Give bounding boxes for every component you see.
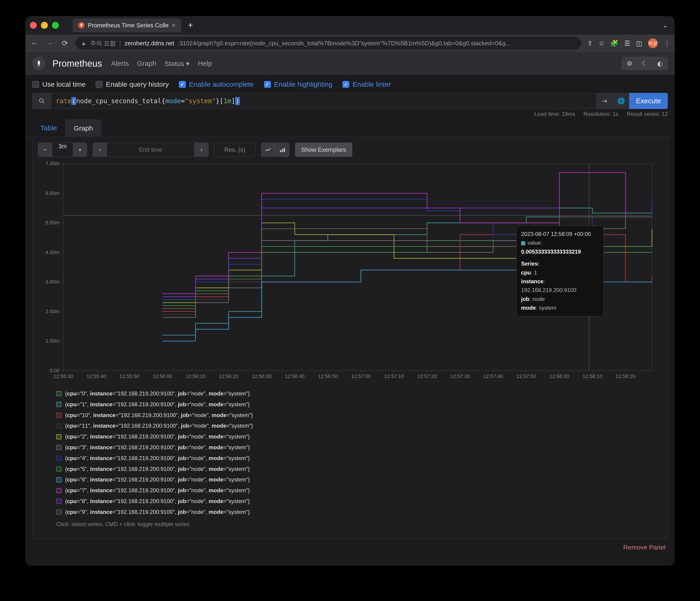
- legend-item[interactable]: {cpu="4", instance="192.168.219.200:9100…: [56, 454, 644, 463]
- back-button[interactable]: ←: [30, 39, 39, 48]
- chart-area[interactable]: 0.001.00m2.00m3.00m4.00m5.00m6.00m7.00m1…: [38, 161, 662, 380]
- svg-text:12:56:30: 12:56:30: [252, 373, 272, 379]
- checkbox-icon[interactable]: [32, 81, 39, 88]
- nav-graph[interactable]: Graph: [137, 59, 156, 68]
- legend-item[interactable]: {cpu="10", instance="192.168.219.200:910…: [56, 410, 644, 420]
- tooltip-field: mode: system: [521, 303, 599, 312]
- browser-tab-title: Prometheus Time Series Colle: [88, 22, 169, 29]
- share-icon[interactable]: ⇧: [587, 40, 593, 47]
- maximize-window-button[interactable]: [52, 22, 59, 29]
- legend-item[interactable]: {cpu="6", instance="192.168.219.200:9100…: [56, 475, 644, 484]
- graph-mode-toggle: [261, 143, 290, 157]
- checkbox-icon[interactable]: [343, 81, 349, 88]
- svg-text:1.00m: 1.00m: [46, 338, 59, 344]
- new-tab-button[interactable]: +: [188, 21, 193, 30]
- tab-graph[interactable]: Graph: [65, 120, 101, 137]
- dark-mode-icon[interactable]: ☾: [637, 57, 652, 70]
- profile-avatar[interactable]: 허균: [648, 39, 658, 48]
- svg-rect-4: [284, 148, 285, 152]
- svg-point-0: [39, 99, 43, 102]
- checkbox-icon[interactable]: [179, 81, 186, 88]
- svg-text:12:55:30: 12:55:30: [53, 373, 73, 379]
- window-menu-icon[interactable]: ⌄: [663, 22, 668, 29]
- legend-swatch-icon: [56, 445, 61, 450]
- legend-text: {cpu="10", instance="192.168.219.200:910…: [65, 410, 253, 420]
- reading-list-icon[interactable]: ☰: [624, 40, 630, 47]
- legend-swatch-icon: [56, 456, 61, 461]
- globe-icon[interactable]: 🌐: [612, 93, 629, 109]
- range-increase-button[interactable]: +: [73, 143, 87, 157]
- legend-text: {cpu="0", instance="192.168.219.200:9100…: [65, 389, 250, 398]
- security-warning-text: 주의 요함: [90, 39, 116, 47]
- nav-status[interactable]: Status ▾: [165, 59, 190, 68]
- menu-icon[interactable]: ⋮: [664, 40, 670, 47]
- option-4[interactable]: Enable linter: [343, 80, 391, 88]
- checkbox-icon[interactable]: [264, 81, 271, 88]
- svg-text:12:58:20: 12:58:20: [616, 373, 635, 379]
- search-icon[interactable]: [32, 93, 51, 109]
- url-path: :31024/graph?g0.expr=rate(node_cpu_secon…: [178, 40, 510, 47]
- tooltip-swatch-icon: [521, 241, 525, 245]
- svg-text:3.00m: 3.00m: [46, 279, 59, 285]
- time-prev-button[interactable]: ‹: [93, 143, 107, 157]
- settings-icon[interactable]: ⚙: [622, 57, 637, 70]
- legend-item[interactable]: {cpu="7", instance="192.168.219.200:9100…: [56, 486, 644, 495]
- close-tab-icon[interactable]: ×: [172, 22, 175, 29]
- resolution-input[interactable]: Res. (s): [214, 143, 255, 157]
- header-action-buttons: ⚙ ☾ ◐: [622, 57, 668, 70]
- tooltip-field: instance: 192.168.219.200:9100: [521, 277, 599, 295]
- minimize-window-button[interactable]: [41, 22, 48, 29]
- extensions-icon[interactable]: 🧩: [610, 40, 618, 47]
- contrast-icon[interactable]: ◐: [652, 57, 668, 70]
- legend-item[interactable]: {cpu="8", instance="192.168.219.200:9100…: [56, 497, 644, 506]
- stacked-chart-icon[interactable]: [275, 143, 290, 157]
- option-label: Use local time: [42, 80, 85, 88]
- tooltip-time: 2023-08-07 12:58:09 +00:00: [521, 230, 599, 239]
- line-chart-icon[interactable]: [261, 143, 275, 157]
- tab-table[interactable]: Table: [32, 120, 65, 137]
- svg-text:12:57:20: 12:57:20: [417, 373, 437, 379]
- bookmark-icon[interactable]: ☆: [599, 40, 604, 47]
- sidepanel-icon[interactable]: ◫: [636, 40, 642, 47]
- reload-button[interactable]: ⟳: [60, 39, 70, 48]
- svg-text:12:56:00: 12:56:00: [153, 373, 173, 379]
- legend-item[interactable]: {cpu="0", instance="192.168.219.200:9100…: [56, 389, 644, 398]
- remove-panel-link[interactable]: Remove Panel: [25, 539, 675, 558]
- legend-text: {cpu="5", instance="192.168.219.200:9100…: [65, 465, 250, 474]
- range-decrease-button[interactable]: −: [38, 143, 52, 157]
- end-time-input[interactable]: [107, 143, 194, 157]
- time-selector: ‹ ›: [93, 143, 208, 157]
- nav-alerts[interactable]: Alerts: [111, 59, 129, 68]
- checkbox-icon[interactable]: [96, 81, 103, 88]
- address-bar[interactable]: ▲ 주의 요함 | zerohertz.ddns.net:31024/graph…: [75, 37, 581, 50]
- legend-swatch-icon: [56, 488, 61, 493]
- legend-swatch-icon: [56, 434, 61, 440]
- option-2[interactable]: Enable autocomplete: [179, 80, 254, 88]
- tooltip-field: cpu: 1: [521, 268, 599, 277]
- legend-item[interactable]: {cpu="11", instance="192.168.219.200:910…: [56, 421, 644, 431]
- browser-tab[interactable]: Prometheus Time Series Colle ×: [73, 18, 181, 32]
- query-input[interactable]: rate(node_cpu_seconds_total{mode="system…: [51, 93, 596, 109]
- time-next-button[interactable]: ›: [194, 143, 208, 157]
- range-value[interactable]: 3m: [52, 143, 73, 157]
- legend-item[interactable]: {cpu="1", instance="192.168.219.200:9100…: [56, 400, 644, 409]
- format-query-icon[interactable]: ⇥: [596, 93, 612, 109]
- result-series: Result series: 12: [627, 111, 668, 117]
- resolution-text: Resolution: 1s: [583, 111, 618, 117]
- legend-item[interactable]: {cpu="5", instance="192.168.219.200:9100…: [56, 465, 644, 474]
- browser-toolbar-icons: ⇧ ☆ 🧩 ☰ ◫ 허균 ⋮: [587, 39, 670, 48]
- nav-help[interactable]: Help: [198, 59, 212, 68]
- option-0[interactable]: Use local time: [32, 80, 85, 88]
- show-exemplars-button[interactable]: Show Exemplars: [295, 143, 352, 157]
- load-time: Load time: 19ms: [534, 111, 575, 117]
- legend-item[interactable]: {cpu="2", instance="192.168.219.200:9100…: [56, 432, 644, 442]
- legend-item[interactable]: {cpu="3", instance="192.168.219.200:9100…: [56, 443, 644, 452]
- forward-button[interactable]: →: [45, 39, 54, 48]
- close-window-button[interactable]: [30, 22, 37, 29]
- execute-button[interactable]: Execute: [629, 93, 668, 109]
- legend-item[interactable]: {cpu="9", instance="192.168.219.200:9100…: [56, 507, 644, 517]
- option-1[interactable]: Enable query history: [96, 80, 169, 88]
- svg-text:12:57:50: 12:57:50: [517, 373, 536, 379]
- option-3[interactable]: Enable highlighting: [264, 80, 332, 88]
- legend-text: {cpu="2", instance="192.168.219.200:9100…: [65, 432, 250, 442]
